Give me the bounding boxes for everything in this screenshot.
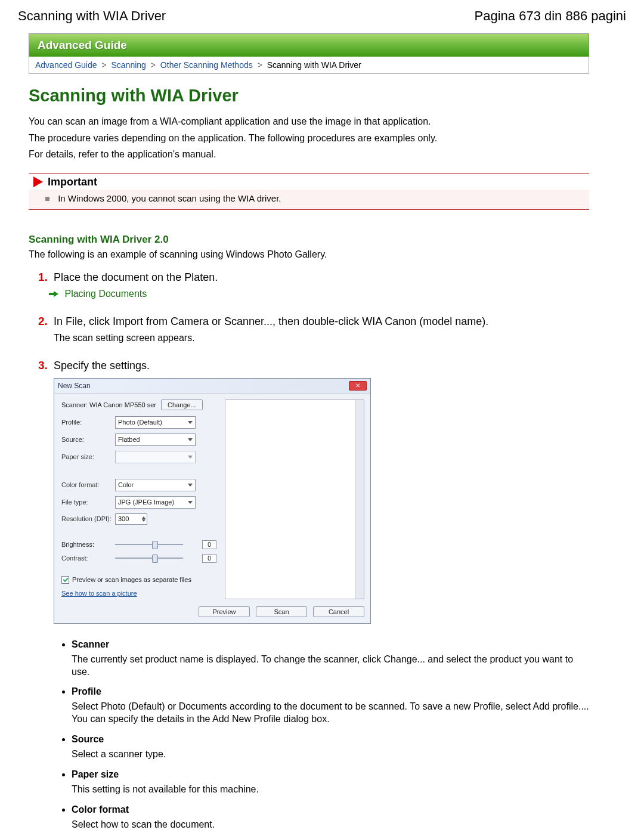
resolution-label: Resolution (DPI): <box>61 515 115 522</box>
important-icon <box>33 176 43 187</box>
paper-size-select <box>115 451 196 463</box>
breadcrumb-sep: > <box>151 60 156 70</box>
page-header: Scanning with WIA Driver Pagina 673 din … <box>0 0 644 27</box>
help-link[interactable]: See how to scan a picture <box>61 590 137 597</box>
paper-size-label: Paper size: <box>61 453 115 460</box>
header-left: Scanning with WIA Driver <box>18 8 166 24</box>
step-text: In File, click Import from Camera or Sca… <box>54 315 488 328</box>
important-box: Important In Windows 2000, you cannot sc… <box>29 173 589 210</box>
chevron-down-icon <box>188 456 193 459</box>
intro-line: For details, refer to the application's … <box>29 148 589 161</box>
arrow-right-icon <box>54 291 58 297</box>
def-desc: Select a scanner type. <box>72 748 589 761</box>
def-desc: The currently set product name is displa… <box>72 654 589 679</box>
profile-select[interactable]: Photo (Default) <box>115 416 196 429</box>
def-term: Profile <box>72 686 589 697</box>
color-format-label: Color format: <box>61 481 115 488</box>
resolution-stepper[interactable]: 300 <box>115 513 147 525</box>
brightness-value: 0 <box>202 540 216 549</box>
chevron-down-icon <box>188 421 193 424</box>
step-number: 1. <box>38 271 54 284</box>
important-heading: Important <box>48 176 97 188</box>
breadcrumb-current: Scanning with WIA Driver <box>267 60 361 70</box>
section-text: The following is an example of scanning … <box>29 249 589 260</box>
scan-button[interactable]: Scan <box>256 606 307 617</box>
intro-line: The procedure varies depending on the ap… <box>29 132 589 145</box>
chevron-down-icon <box>188 438 193 441</box>
source-select[interactable]: Flatbed <box>115 433 196 446</box>
step-sub: The scan setting screen appears. <box>54 333 589 343</box>
separate-files-label: Preview or scan images as separate files <box>72 576 191 583</box>
breadcrumb-link-3[interactable]: Other Scanning Methods <box>160 60 253 70</box>
def-term: Scanner <box>72 639 589 650</box>
chevron-down-icon <box>188 484 193 487</box>
contrast-slider[interactable] <box>115 554 199 562</box>
contrast-label: Contrast: <box>61 555 115 562</box>
section-heading: Scanning with WIA Driver 2.0 <box>29 234 589 246</box>
new-scan-dialog: New Scan ✕ Scanner: WIA Canon MP550 ser … <box>54 378 371 624</box>
placing-documents-link[interactable]: Placing Documents <box>64 289 147 299</box>
def-term: Source <box>72 734 589 745</box>
scanner-label: Scanner: WIA Canon MP550 ser <box>61 401 156 408</box>
intro-line: You can scan an image from a WIA-complia… <box>29 115 589 128</box>
change-button[interactable]: Change... <box>161 400 203 410</box>
breadcrumb-link-1[interactable]: Advanced Guide <box>35 60 97 70</box>
brightness-slider[interactable] <box>115 540 199 549</box>
file-type-label: File type: <box>61 498 115 506</box>
color-format-select[interactable]: Color <box>115 479 196 491</box>
intro: You can scan an image from a WIA-complia… <box>29 115 589 161</box>
source-label: Source: <box>61 436 115 443</box>
dialog-title: New Scan <box>58 382 91 390</box>
important-text: In Windows 2000, you cannot scan using t… <box>58 193 281 203</box>
def-desc: Select how to scan the document. <box>72 819 589 831</box>
scrollbar[interactable] <box>355 400 364 599</box>
profile-label: Profile: <box>61 419 115 426</box>
step-number: 3. <box>38 359 54 372</box>
def-desc: This setting is not available for this m… <box>72 784 589 796</box>
breadcrumb-sep: > <box>258 60 262 70</box>
chevron-down-icon <box>188 501 193 504</box>
close-icon[interactable]: ✕ <box>349 381 367 391</box>
step-text: Place the document on the Platen. <box>54 271 218 284</box>
bullet-icon <box>45 197 49 201</box>
definitions-list: Scanner The currently set product name i… <box>38 639 589 831</box>
file-type-select[interactable]: JPG (JPEG Image) <box>115 496 196 509</box>
preview-button[interactable]: Preview <box>199 606 250 617</box>
breadcrumb-sep: > <box>101 60 106 70</box>
step-number: 2. <box>38 315 54 328</box>
def-term: Color format <box>72 804 589 815</box>
def-desc: Select Photo (Default) or Documents acco… <box>72 701 589 726</box>
breadcrumb-link-2[interactable]: Scanning <box>112 60 146 70</box>
contrast-value: 0 <box>202 554 216 563</box>
breadcrumb: Advanced Guide > Scanning > Other Scanni… <box>29 57 589 74</box>
page-title: Scanning with WIA Driver <box>29 86 589 106</box>
brightness-label: Brightness: <box>61 541 115 548</box>
guide-banner: Advanced Guide <box>29 33 589 57</box>
preview-area <box>225 400 364 599</box>
header-right: Pagina 673 din 886 pagini <box>475 8 626 24</box>
separate-files-checkbox[interactable] <box>61 576 69 584</box>
cancel-button[interactable]: Cancel <box>313 606 364 617</box>
step-text: Specify the settings. <box>54 360 150 372</box>
steps-list: 1. Place the document on the Platen. Pla… <box>29 271 589 831</box>
def-term: Paper size <box>72 769 589 780</box>
